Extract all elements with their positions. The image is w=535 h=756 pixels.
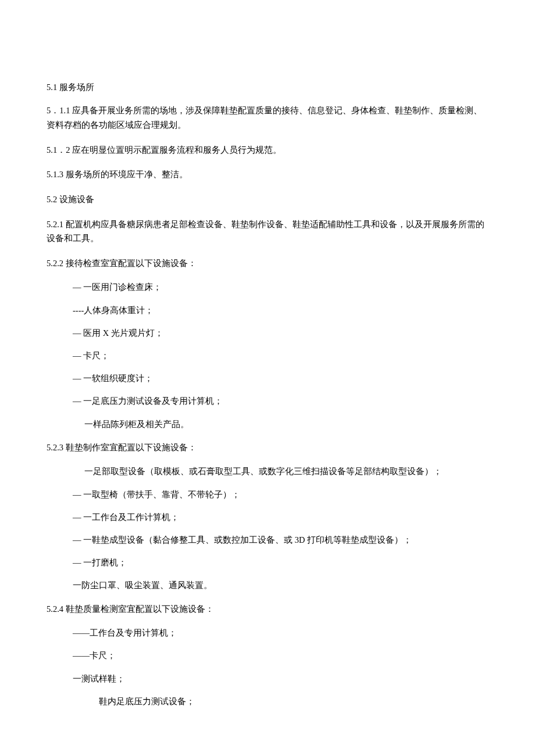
heading-5-2-2: 5.2.2 接待检查室宜配置以下设施设备： [47, 256, 488, 271]
list-item: — 卡尺； [47, 349, 488, 363]
list-item: 一防尘口罩、吸尘装置、通风装置。 [47, 579, 488, 592]
para-5-1-3: 5.1.3 服务场所的环境应干净、整洁。 [47, 167, 488, 182]
heading-5-1: 5.1 服务场所 [47, 81, 488, 93]
list-item: — 一软组织硬度计； [47, 372, 488, 385]
heading-5-2-4: 5.2.4 鞋垫质量检测室宜配置以下设施设备： [47, 602, 488, 617]
list-item: — 一取型椅（带扶手、靠背、不带轮子）； [47, 488, 488, 501]
list-item: — 医用 X 光片观片灯； [47, 327, 488, 340]
list-item: — 一足底压力测试设备及专用计算机； [47, 395, 488, 408]
list-item: 一样品陈列柜及相关产品。 [47, 418, 488, 431]
list-item: — 一打磨机； [47, 556, 488, 569]
list-item: — 一工作台及工作计算机； [47, 511, 488, 524]
para-5-1-2: 5.1．2 应在明显位置明示配置服务流程和服务人员行为规范。 [47, 143, 488, 157]
para-5-2-1: 5.2.1 配置机构应具备糖尿病患者足部检查设备、鞋垫制作设备、鞋垫适配辅助性工… [47, 217, 488, 246]
list-item: — 一鞋垫成型设备（黏合修整工具、或数控加工设备、或 3D 打印机等鞋垫成型设备… [47, 533, 488, 547]
list-item: ----人体身高体重计； [47, 304, 488, 317]
list-item: 一测试样鞋； [47, 672, 488, 686]
para-5-1-1: 5．1.1 应具备开展业务所需的场地，涉及保障鞋垫配置质量的接待、信息登记、身体… [47, 103, 488, 132]
list-item: 鞋内足底压力测试设备； [47, 695, 488, 708]
list-item: — 一医用门诊检查床； [47, 281, 488, 294]
heading-5-2: 5.2 设施设备 [47, 192, 488, 207]
list-item: ——工作台及专用计算机； [47, 626, 488, 640]
list-item: ——卡尺； [47, 649, 488, 662]
list-item: 一足部取型设备（取模板、或石膏取型工具、或数字化三维扫描设备等足部结构取型设备）… [47, 465, 488, 478]
heading-5-2-3: 5.2.3 鞋垫制作室宜配置以下设施设备： [47, 440, 488, 455]
